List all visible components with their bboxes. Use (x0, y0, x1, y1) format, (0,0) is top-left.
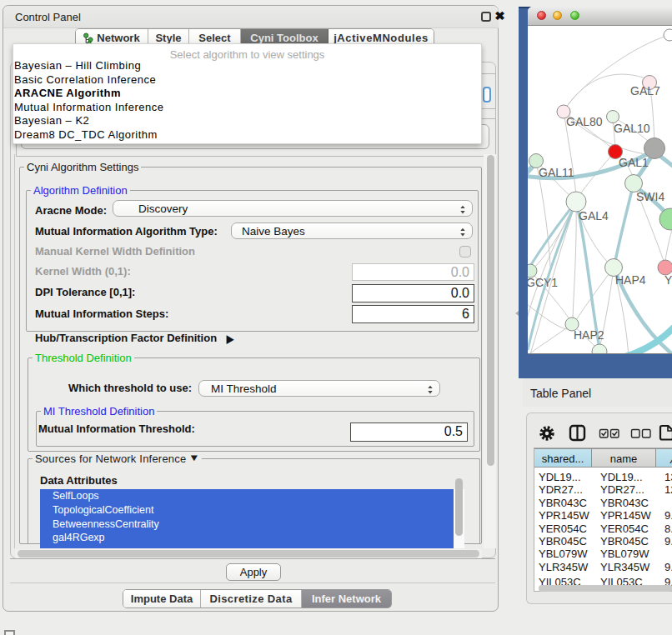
svg-text:GCY1: GCY1 (528, 276, 558, 289)
svg-text:GAL4: GAL4 (579, 209, 609, 222)
svg-text:Y: Y (664, 273, 672, 287)
svg-text:HAP4: HAP4 (615, 273, 646, 287)
svg-text:GAL1: GAL1 (619, 156, 649, 169)
svg-text:GAL7: GAL7 (630, 84, 660, 98)
svg-text:GAL11: GAL11 (539, 166, 574, 179)
svg-text:GAL80: GAL80 (566, 115, 603, 128)
svg-text:GAL10: GAL10 (614, 122, 650, 135)
svg-text:HAP2: HAP2 (574, 328, 604, 342)
svg-text:SWI4: SWI4 (636, 190, 664, 203)
